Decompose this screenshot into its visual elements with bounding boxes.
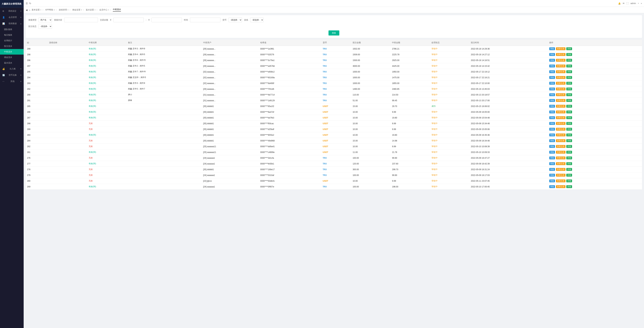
view-tx-button[interactable]: 查看交易 bbox=[556, 168, 566, 171]
view-tx-button[interactable]: 查看交易 bbox=[556, 156, 566, 159]
refresh-icon[interactable]: ↻ bbox=[29, 2, 31, 5]
audit-button[interactable]: 审核 bbox=[549, 65, 555, 67]
audit-button[interactable]: 审核 bbox=[549, 82, 555, 85]
breadcrumb-item-basic[interactable]: 基本设置 ▾ bbox=[32, 9, 41, 11]
view-tx-button[interactable]: 查看交易 bbox=[556, 179, 566, 182]
detail-button[interactable]: 详情 bbox=[566, 174, 572, 177]
back-icon[interactable]: ◀ bbox=[26, 9, 28, 11]
detail-button[interactable]: 详情 bbox=[566, 162, 572, 165]
view-tx-button[interactable]: 查看交易 bbox=[556, 99, 566, 102]
detail-button[interactable]: 详情 bbox=[566, 59, 572, 62]
audit-button[interactable]: 审核 bbox=[549, 76, 555, 79]
audit-button[interactable]: 审核 bbox=[549, 105, 555, 108]
detail-button[interactable]: 详情 bbox=[566, 93, 572, 96]
view-tx-button[interactable]: 查看交易 bbox=[556, 47, 566, 50]
view-tx-button[interactable]: 查看交易 bbox=[556, 88, 566, 90]
view-tx-button[interactable]: 查看交易 bbox=[556, 145, 566, 148]
search-balance-max[interactable] bbox=[152, 18, 182, 22]
view-tx-button[interactable]: 查看交易 bbox=[556, 134, 566, 136]
audit-button[interactable]: 审核 bbox=[549, 156, 555, 159]
audit-button[interactable]: 审核 bbox=[549, 59, 555, 62]
menu-toggle-icon[interactable]: ☰ bbox=[26, 2, 28, 5]
view-tx-button[interactable]: 查看交易 bbox=[556, 70, 566, 73]
breadcrumb-item-app[interactable]: APP帮助 ▾ bbox=[41, 9, 55, 11]
search-balance-min[interactable] bbox=[113, 18, 144, 22]
view-tx-button[interactable]: 查看交易 bbox=[556, 128, 566, 131]
audit-button[interactable]: 审核 bbox=[549, 88, 555, 90]
detail-button[interactable]: 详情 bbox=[566, 145, 572, 148]
notification-icon[interactable]: 🔔 bbox=[618, 2, 621, 5]
audit-button[interactable]: 审核 bbox=[549, 47, 555, 50]
view-tx-button[interactable]: 查看交易 bbox=[556, 151, 566, 154]
breadcrumb-item-commission[interactable]: 佣金设置 ▾ bbox=[68, 9, 82, 11]
view-tx-button[interactable]: 查看交易 bbox=[556, 111, 566, 113]
search-time-start[interactable] bbox=[190, 18, 220, 22]
view-tx-button[interactable]: 查看交易 bbox=[556, 93, 566, 96]
audit-button[interactable]: 审核 bbox=[549, 151, 555, 154]
view-tx-button[interactable]: 查看交易 bbox=[556, 122, 566, 125]
audit-button[interactable]: 审核 bbox=[549, 139, 555, 142]
sidebar-item-team-report[interactable]: 团队报表 bbox=[0, 27, 24, 32]
view-tx-button[interactable]: 查看交易 bbox=[556, 174, 566, 177]
detail-button[interactable]: 详情 bbox=[566, 111, 572, 113]
search-currency-select[interactable]: -请选择- bbox=[228, 18, 242, 22]
sidebar-item-bonus-flow[interactable]: 佣金流水 bbox=[0, 55, 24, 60]
detail-button[interactable]: 详情 bbox=[566, 88, 572, 90]
view-tx-button[interactable]: 查看交易 bbox=[556, 82, 566, 85]
sidebar-item-daily-report[interactable]: 每日报表 bbox=[0, 32, 24, 38]
view-tx-button[interactable]: 查看交易 bbox=[556, 76, 566, 79]
audit-button[interactable]: 审核 bbox=[549, 174, 555, 177]
detail-button[interactable]: 详情 bbox=[566, 82, 572, 85]
audit-button[interactable]: 审核 bbox=[549, 99, 555, 102]
sidebar-item-bet-flow[interactable]: 投注流水 bbox=[0, 44, 24, 49]
detail-button[interactable]: 详情 bbox=[566, 53, 572, 56]
chevron-down-icon[interactable]: ▾ bbox=[638, 2, 639, 4]
sidebar-item-global-stat[interactable]: 全局统计 bbox=[0, 38, 24, 44]
audit-button[interactable]: 审核 bbox=[549, 128, 555, 131]
breadcrumb-item-refund[interactable]: 返水设置 ▾ bbox=[82, 9, 96, 11]
fullscreen-icon[interactable]: ⛶ bbox=[626, 2, 628, 5]
detail-button[interactable]: 详情 bbox=[566, 179, 572, 182]
view-tx-button[interactable]: 查看交易 bbox=[556, 65, 566, 67]
audit-button[interactable]: 审核 bbox=[549, 70, 555, 73]
sidebar-group-reports-header[interactable]: 📊 报表数据 ▴ bbox=[0, 21, 24, 27]
audit-button[interactable]: 审核 bbox=[549, 111, 555, 113]
home-icon[interactable]: ⌂ bbox=[29, 9, 30, 11]
detail-button[interactable]: 详情 bbox=[566, 65, 572, 67]
audit-button[interactable]: 审核 bbox=[549, 116, 555, 119]
breadcrumb-item-member[interactable]: 会员中心 ▾ bbox=[96, 9, 109, 11]
search-type-select[interactable]: 用户名 bbox=[38, 18, 52, 22]
sidebar-group-other-header[interactable]: ⋯ 其他 ▾ bbox=[0, 78, 24, 85]
view-tx-button[interactable]: 查看交易 bbox=[556, 59, 566, 62]
audit-button[interactable]: 审核 bbox=[549, 93, 555, 96]
view-tx-button[interactable]: 查看交易 bbox=[556, 162, 566, 165]
view-tx-button[interactable]: 查看交易 bbox=[556, 185, 566, 188]
detail-button[interactable]: 详情 bbox=[566, 99, 572, 102]
sidebar-group-member-header[interactable]: 👤 会员管理 ▾ bbox=[0, 14, 24, 21]
search-button[interactable]: 搜索 bbox=[328, 31, 339, 36]
sidebar-item-jackpot-flow[interactable]: 中奖流水 bbox=[0, 49, 24, 55]
audit-button[interactable]: 审核 bbox=[549, 185, 555, 188]
forward-icon[interactable]: » bbox=[641, 2, 642, 5]
detail-button[interactable]: 详情 bbox=[566, 134, 572, 136]
sidebar-item-refund-flow[interactable]: 返水流水 bbox=[0, 60, 24, 66]
sidebar-group-accounts-header[interactable]: 💰 出入账 ▾ bbox=[0, 66, 24, 72]
detail-button[interactable]: 详情 bbox=[566, 47, 572, 50]
breadcrumb-item-jackpot[interactable]: 中奖流水 bbox=[109, 8, 121, 12]
detail-button[interactable]: 详情 bbox=[566, 168, 572, 171]
detail-button[interactable]: 详情 bbox=[566, 105, 572, 108]
message-icon[interactable]: ✉ bbox=[623, 2, 624, 5]
audit-button[interactable]: 审核 bbox=[549, 134, 555, 136]
audit-button[interactable]: 审核 bbox=[549, 53, 555, 56]
search-content-input[interactable] bbox=[64, 18, 98, 22]
detail-button[interactable]: 详情 bbox=[566, 151, 572, 154]
detail-button[interactable]: 详情 bbox=[566, 122, 572, 125]
detail-button[interactable]: 详情 bbox=[566, 76, 572, 79]
audit-button[interactable]: 审核 bbox=[549, 162, 555, 165]
audit-button[interactable]: 审核 bbox=[549, 145, 555, 148]
detail-button[interactable]: 详情 bbox=[566, 156, 572, 159]
detail-button[interactable]: 详情 bbox=[566, 116, 572, 119]
detail-button[interactable]: 详情 bbox=[566, 139, 572, 142]
sidebar-group-currency-header[interactable]: 🔄 货币兑换 ▾ bbox=[0, 72, 24, 78]
detail-button[interactable]: 详情 bbox=[566, 185, 572, 188]
